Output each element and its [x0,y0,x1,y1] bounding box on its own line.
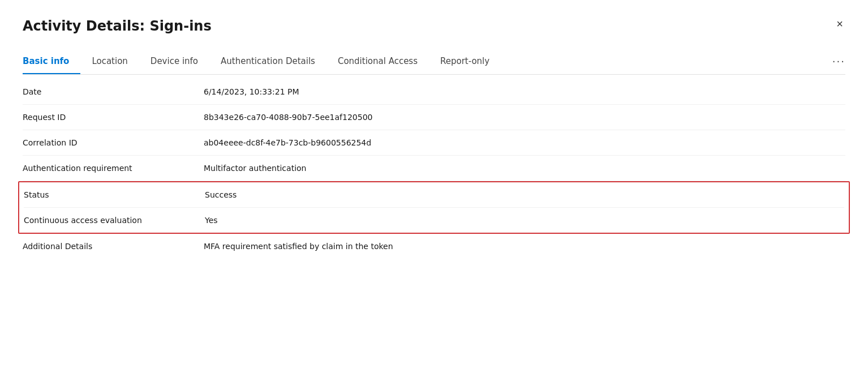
row-value: Success [205,190,237,199]
row-label: Authentication requirement [23,164,204,173]
row-label: Request ID [23,113,204,122]
highlight-box: Status Success Continuous access evaluat… [18,181,850,234]
row-value: Yes [205,216,218,225]
row-value: MFA requirement satisfied by claim in th… [204,242,393,251]
row-label: Continuous access evaluation [24,216,205,225]
table-row: Correlation ID ab04eeee-dc8f-4e7b-73cb-b… [23,130,845,156]
activity-details-dialog: Activity Details: Sign-ins × Basic infoL… [0,0,868,368]
row-value: 8b343e26-ca70-4088-90b7-5ee1af120500 [204,113,372,122]
close-button[interactable]: × [832,16,848,32]
tabs-more-button[interactable]: ··· [832,50,845,74]
table-row: Additional Details MFA requirement satis… [23,234,845,259]
tab-device-info[interactable]: Device info [151,50,209,74]
row-value: ab04eeee-dc8f-4e7b-73cb-b9600556254d [204,138,371,147]
row-value: Multifactor authentication [204,164,306,173]
row-label: Additional Details [23,242,204,251]
row-label: Status [24,190,205,199]
table-row: Continuous access evaluation Yes [24,208,844,233]
tab-conditional-access[interactable]: Conditional Access [338,50,429,74]
tab-bar: Basic infoLocationDevice infoAuthenticat… [23,50,845,75]
tab-authentication-details[interactable]: Authentication Details [221,50,326,74]
tab-basic-info[interactable]: Basic info [23,50,80,74]
row-label: Date [23,87,204,96]
table-row: Status Success [24,182,844,208]
tab-report-only[interactable]: Report-only [440,50,501,74]
tab-location[interactable]: Location [92,50,139,74]
dialog-title: Activity Details: Sign-ins [23,18,845,34]
tab-content-basic-info: Date 6/14/2023, 10:33:21 PM Request ID 8… [23,75,845,259]
row-value: 6/14/2023, 10:33:21 PM [204,87,299,96]
table-row: Request ID 8b343e26-ca70-4088-90b7-5ee1a… [23,105,845,130]
table-row: Date 6/14/2023, 10:33:21 PM [23,79,845,105]
table-row: Authentication requirement Multifactor a… [23,156,845,181]
row-label: Correlation ID [23,138,204,147]
